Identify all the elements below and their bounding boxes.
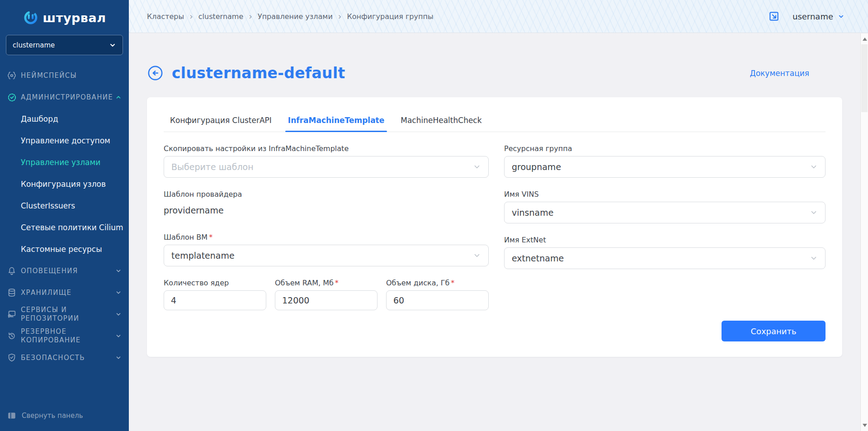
shield-icon bbox=[6, 353, 17, 363]
tab-machinehealthcheck[interactable]: MachineHealthCheck bbox=[401, 116, 481, 132]
back-button[interactable] bbox=[147, 65, 164, 81]
vins-field: Имя VINS vinsname bbox=[504, 190, 826, 223]
cores-input[interactable] bbox=[164, 290, 266, 310]
sidebar-item-access-management[interactable]: Управление доступом bbox=[0, 130, 129, 152]
database-icon bbox=[6, 288, 17, 298]
logo-icon bbox=[23, 10, 38, 25]
namespaces-icon bbox=[6, 71, 17, 81]
inframachinetemplate-form: Скопировать настройки из InfraMachineTem… bbox=[164, 132, 826, 310]
copy-settings-select[interactable]: Выберите шаблон bbox=[164, 156, 489, 178]
logo: штурвал bbox=[0, 8, 129, 27]
cluster-select-value: clustername bbox=[13, 41, 55, 49]
topbar-right: username bbox=[768, 10, 844, 22]
page-title: clustername-default bbox=[172, 64, 345, 82]
collapse-panel-icon bbox=[6, 411, 17, 421]
required-asterisk: * bbox=[335, 279, 339, 287]
sidebar-item-custom-resources[interactable]: Кастомные ресурсы bbox=[0, 238, 129, 260]
cluster-select[interactable]: clustername bbox=[6, 35, 123, 55]
collapse-panel-label: Свернуть панель bbox=[22, 412, 83, 420]
sidebar-item-services-repositories[interactable]: СЕРВИСЫ И РЕПОЗИТОРИИ bbox=[0, 303, 129, 325]
sidebar-item-cilium-policies[interactable]: Сетевые политики Cilium bbox=[0, 217, 129, 238]
breadcrumb: Кластеры clustername Управление узлами К… bbox=[147, 11, 434, 21]
cores-label: Количество ядер bbox=[164, 279, 266, 287]
chevron-down-icon bbox=[810, 254, 818, 262]
sidebar-item-security[interactable]: БЕЗОПАСНОСТЬ bbox=[0, 347, 129, 369]
resource-group-value: groupname bbox=[512, 162, 810, 172]
exit-icon[interactable] bbox=[768, 10, 780, 22]
resources-row: Количество ядер Объем RAM, Мб* Объем дис… bbox=[164, 279, 489, 310]
breadcrumb-clusters[interactable]: Кластеры bbox=[147, 12, 184, 21]
tab-clusterapi-configuration[interactable]: Конфигурация ClusterAPI bbox=[170, 116, 272, 132]
chevron-down-icon bbox=[115, 355, 122, 361]
sidebar-item-label: РЕЗЕРВНОЕ КОПИРОВАНИЕ bbox=[21, 327, 102, 345]
vins-label: Имя VINS bbox=[504, 190, 826, 199]
bell-icon bbox=[6, 266, 17, 276]
extnet-select[interactable]: extnetname bbox=[504, 247, 826, 269]
tab-inframachinetemplate[interactable]: InfraMachineTemplate bbox=[288, 116, 384, 132]
breadcrumb-group-configuration: Конфигурация группы bbox=[347, 12, 433, 21]
sidebar: штурвал clustername НЕЙМСПЕЙСЫ bbox=[0, 0, 129, 431]
vm-template-select[interactable]: templatename bbox=[164, 245, 489, 266]
sidebar-item-node-configuration[interactable]: Конфигурация узлов bbox=[0, 173, 129, 195]
breadcrumb-node-management[interactable]: Управление узлами bbox=[258, 12, 333, 21]
sidebar-item-backup[interactable]: РЕЗЕРВНОЕ КОПИРОВАНИЕ bbox=[0, 325, 129, 347]
required-asterisk: * bbox=[451, 279, 454, 287]
save-row: Сохранить bbox=[722, 321, 826, 341]
breadcrumb-separator-icon bbox=[249, 11, 252, 21]
documentation-link[interactable]: Документация bbox=[750, 69, 809, 78]
copy-settings-label: Скопировать настройки из InfraMachineTem… bbox=[164, 144, 489, 153]
logo-text: штурвал bbox=[43, 11, 106, 25]
services-icon bbox=[6, 309, 17, 319]
sidebar-item-clusterissuers[interactable]: ClusterIssuers bbox=[0, 195, 129, 217]
vm-template-field: Шаблон ВМ* templatename bbox=[164, 233, 489, 266]
chevron-down-icon bbox=[115, 311, 122, 317]
ram-label: Объем RAM, Мб bbox=[275, 279, 334, 287]
sidebar-item-namespaces[interactable]: НЕЙМСПЕЙСЫ bbox=[0, 65, 129, 86]
chevron-down-icon bbox=[115, 333, 122, 339]
chevron-down-icon bbox=[115, 289, 122, 296]
admin-gear-icon bbox=[6, 92, 17, 103]
scroll-up-icon[interactable] bbox=[863, 38, 867, 41]
scrollbar-thumb[interactable] bbox=[861, 44, 868, 112]
vins-select[interactable]: vinsname bbox=[504, 202, 826, 223]
sidebar-item-node-management[interactable]: Управление узлами bbox=[0, 152, 129, 173]
breadcrumb-clustername[interactable]: clustername bbox=[198, 12, 244, 21]
tabs: Конфигурация ClusterAPI InfraMachineTemp… bbox=[164, 97, 826, 132]
username-label: username bbox=[793, 12, 833, 21]
chevron-down-icon bbox=[115, 268, 122, 274]
title-row: clustername-default Документация bbox=[147, 64, 842, 82]
sidebar-item-dashboard[interactable]: Дашборд bbox=[0, 108, 129, 130]
extnet-field: Имя ExtNet extnetname bbox=[504, 236, 826, 269]
sidebar-item-label: АДМИНИСТРИРОВАНИЕ bbox=[21, 93, 102, 102]
sidebar-item-label: СЕРВИСЫ И РЕПОЗИТОРИИ bbox=[21, 306, 102, 323]
scroll-down-icon[interactable] bbox=[863, 424, 867, 427]
chevron-down-icon bbox=[473, 251, 481, 260]
topbar: Кластеры clustername Управление узлами К… bbox=[129, 0, 868, 33]
extnet-value: extnetname bbox=[512, 253, 810, 263]
chevron-down-icon bbox=[473, 163, 481, 171]
main-content: clustername-default Документация Конфигу… bbox=[129, 33, 860, 431]
collapse-panel-button[interactable]: Свернуть панель bbox=[0, 407, 129, 425]
disk-label: Объем диска, Гб bbox=[386, 279, 449, 287]
form-left-column: Скопировать настройки из InfraMachineTem… bbox=[164, 144, 489, 310]
disk-input[interactable] bbox=[386, 290, 489, 310]
user-menu[interactable]: username bbox=[793, 12, 844, 21]
sidebar-item-alerts[interactable]: ОПОВЕЩЕНИЯ bbox=[0, 260, 129, 282]
form-right-column: Ресурсная группа groupname Имя VINS vins… bbox=[504, 144, 826, 310]
sidebar-item-storage[interactable]: ХРАНИЛИЩЕ bbox=[0, 282, 129, 303]
sidebar-item-label: ОПОВЕЩЕНИЯ bbox=[21, 267, 102, 275]
save-button[interactable]: Сохранить bbox=[722, 321, 826, 341]
copy-settings-placeholder: Выберите шаблон bbox=[171, 162, 473, 172]
sidebar-item-label: ХРАНИЛИЩЕ bbox=[21, 289, 102, 297]
provider-template-label: Шаблон провайдера bbox=[164, 190, 489, 199]
vins-value: vinsname bbox=[512, 208, 810, 218]
vertical-scrollbar[interactable] bbox=[860, 33, 868, 431]
sidebar-item-label: БЕЗОПАСНОСТЬ bbox=[21, 354, 102, 362]
ram-input[interactable] bbox=[275, 290, 377, 310]
resource-group-select[interactable]: groupname bbox=[504, 156, 826, 178]
sidebar-item-administration[interactable]: АДМИНИСТРИРОВАНИЕ bbox=[0, 86, 129, 108]
provider-template-field: Шаблон провайдера providername bbox=[164, 190, 489, 221]
sidebar-item-label: НЕЙМСПЕЙСЫ bbox=[21, 71, 102, 80]
chevron-down-icon bbox=[810, 163, 818, 171]
chevron-up-icon bbox=[115, 94, 122, 100]
